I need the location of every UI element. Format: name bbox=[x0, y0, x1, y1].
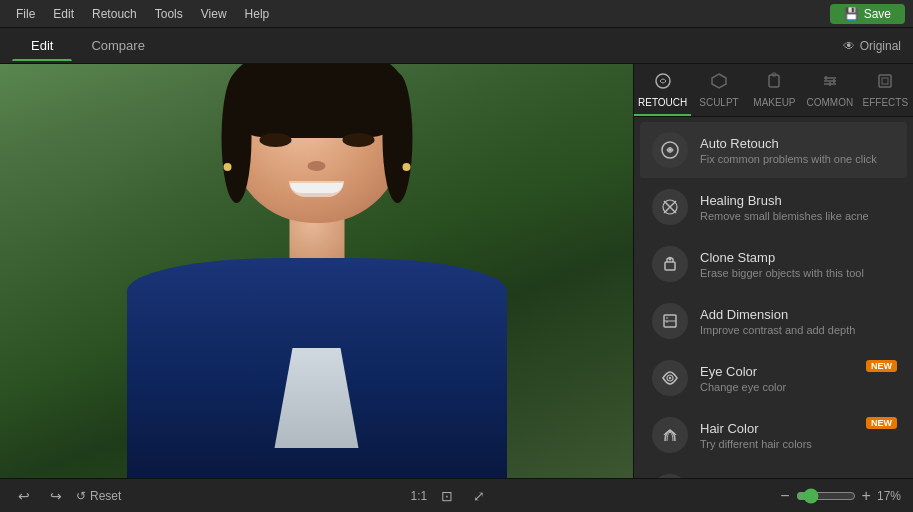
auto-retouch-info: Auto Retouch Fix common problems with on… bbox=[700, 136, 895, 165]
zoom-slider[interactable] bbox=[796, 488, 856, 504]
zoom-ratio: 1:1 bbox=[410, 489, 427, 503]
red-eye-name: Red Eye Removal bbox=[700, 478, 895, 479]
menu-file[interactable]: File bbox=[8, 5, 43, 23]
fit-view-button[interactable]: ⊡ bbox=[435, 486, 459, 506]
auto-retouch-name: Auto Retouch bbox=[700, 136, 895, 151]
zoom-in-button[interactable]: + bbox=[862, 487, 871, 505]
eye-icon: 👁 bbox=[843, 39, 855, 53]
eye-color-badge: NEW bbox=[866, 360, 897, 372]
common-tab-icon bbox=[821, 72, 839, 94]
add-dimension-info: Add Dimension Improve contrast and add d… bbox=[700, 307, 895, 336]
svg-rect-1 bbox=[769, 75, 779, 87]
healing-brush-icon bbox=[652, 189, 688, 225]
right-panel: RETOUCH SCULPT MAKEUP bbox=[633, 64, 913, 478]
effects-tab-icon bbox=[876, 72, 894, 94]
bottom-left: ↩ ↪ ↺ Reset bbox=[12, 486, 121, 506]
svg-rect-10 bbox=[882, 78, 888, 84]
svg-point-0 bbox=[656, 74, 670, 88]
tool-red-eye[interactable]: Red Eye Removal Get rid of red eye effec… bbox=[640, 464, 907, 478]
bottom-center: 1:1 ⊡ ⤢ bbox=[410, 486, 491, 506]
auto-retouch-desc: Fix common problems with one click bbox=[700, 153, 895, 165]
portrait-background bbox=[0, 64, 633, 478]
add-dimension-desc: Improve contrast and add depth bbox=[700, 324, 895, 336]
svg-point-21 bbox=[669, 377, 671, 379]
retouch-tab-label: RETOUCH bbox=[638, 97, 687, 108]
effects-tab-label: EFFECTS bbox=[863, 97, 909, 108]
svg-rect-16 bbox=[665, 262, 675, 270]
healing-brush-name: Healing Brush bbox=[700, 193, 895, 208]
tab-common[interactable]: COMMON bbox=[802, 64, 857, 116]
tool-healing-brush[interactable]: Healing Brush Remove small blemishes lik… bbox=[640, 179, 907, 235]
clone-stamp-icon bbox=[652, 246, 688, 282]
original-button[interactable]: 👁 Original bbox=[843, 39, 901, 53]
tabs-bar: Edit Compare 👁 Original bbox=[0, 28, 913, 64]
content-row: RETOUCH SCULPT MAKEUP bbox=[0, 64, 913, 478]
reset-button[interactable]: ↺ Reset bbox=[76, 489, 121, 503]
menu-retouch[interactable]: Retouch bbox=[84, 5, 145, 23]
tab-effects[interactable]: EFFECTS bbox=[858, 64, 913, 116]
makeup-tab-icon bbox=[765, 72, 783, 94]
undo-button[interactable]: ↩ bbox=[12, 486, 36, 506]
healing-brush-desc: Remove small blemishes like acne bbox=[700, 210, 895, 222]
menu-items: File Edit Retouch Tools View Help bbox=[8, 5, 277, 23]
makeup-tab-label: MAKEUP bbox=[753, 97, 795, 108]
save-button[interactable]: 💾 Save bbox=[830, 4, 905, 24]
bottom-toolbar: ↩ ↪ ↺ Reset 1:1 ⊡ ⤢ − + 17% bbox=[0, 478, 913, 512]
zoom-out-button[interactable]: − bbox=[780, 487, 789, 505]
tab-sculpt[interactable]: SCULPT bbox=[691, 64, 746, 116]
menu-view[interactable]: View bbox=[193, 5, 235, 23]
auto-retouch-icon bbox=[652, 132, 688, 168]
image-canvas[interactable] bbox=[0, 64, 633, 478]
red-eye-info: Red Eye Removal Get rid of red eye effec… bbox=[700, 478, 895, 479]
eye-color-icon bbox=[652, 360, 688, 396]
hair-color-desc: Try different hair colors bbox=[700, 438, 895, 450]
eye-color-desc: Change eye color bbox=[700, 381, 895, 393]
menu-help[interactable]: Help bbox=[237, 5, 278, 23]
common-tab-label: COMMON bbox=[807, 97, 854, 108]
tool-list: Auto Retouch Fix common problems with on… bbox=[634, 117, 913, 478]
tool-eye-color[interactable]: Eye Color Change eye color NEW bbox=[640, 350, 907, 406]
tool-auto-retouch[interactable]: Auto Retouch Fix common problems with on… bbox=[640, 122, 907, 178]
tool-hair-color[interactable]: Hair Color Try different hair colors NEW bbox=[640, 407, 907, 463]
clone-stamp-name: Clone Stamp bbox=[700, 250, 895, 265]
svg-point-17 bbox=[669, 258, 672, 261]
fullscreen-button[interactable]: ⤢ bbox=[467, 486, 491, 506]
redo-button[interactable]: ↪ bbox=[44, 486, 68, 506]
sculpt-tab-label: SCULPT bbox=[699, 97, 738, 108]
red-eye-icon bbox=[652, 474, 688, 478]
menu-bar: File Edit Retouch Tools View Help 💾 Save bbox=[0, 0, 913, 28]
tabs-left: Edit Compare bbox=[12, 31, 164, 61]
bottom-right: − + 17% bbox=[780, 487, 901, 505]
tool-add-dimension[interactable]: Add Dimension Improve contrast and add d… bbox=[640, 293, 907, 349]
zoom-percent: 17% bbox=[877, 489, 901, 503]
tab-retouch[interactable]: RETOUCH bbox=[634, 64, 691, 116]
add-dimension-name: Add Dimension bbox=[700, 307, 895, 322]
tab-edit[interactable]: Edit bbox=[12, 31, 72, 61]
menu-edit[interactable]: Edit bbox=[45, 5, 82, 23]
tab-makeup[interactable]: MAKEUP bbox=[747, 64, 802, 116]
save-icon: 💾 bbox=[844, 7, 859, 21]
add-dimension-icon bbox=[652, 303, 688, 339]
sculpt-tab-icon bbox=[710, 72, 728, 94]
menu-tools[interactable]: Tools bbox=[147, 5, 191, 23]
reset-icon: ↺ bbox=[76, 489, 86, 503]
svg-point-12 bbox=[668, 148, 672, 152]
hair-color-icon bbox=[652, 417, 688, 453]
clone-stamp-info: Clone Stamp Erase bigger objects with th… bbox=[700, 250, 895, 279]
retouch-tab-icon bbox=[654, 72, 672, 94]
main-area: Edit Compare 👁 Original bbox=[0, 28, 913, 512]
tab-compare[interactable]: Compare bbox=[72, 31, 163, 61]
svg-rect-9 bbox=[879, 75, 891, 87]
tool-tabs: RETOUCH SCULPT MAKEUP bbox=[634, 64, 913, 117]
tool-clone-stamp[interactable]: Clone Stamp Erase bigger objects with th… bbox=[640, 236, 907, 292]
healing-brush-info: Healing Brush Remove small blemishes lik… bbox=[700, 193, 895, 222]
clone-stamp-desc: Erase bigger objects with this tool bbox=[700, 267, 895, 279]
hair-color-badge: NEW bbox=[866, 417, 897, 429]
